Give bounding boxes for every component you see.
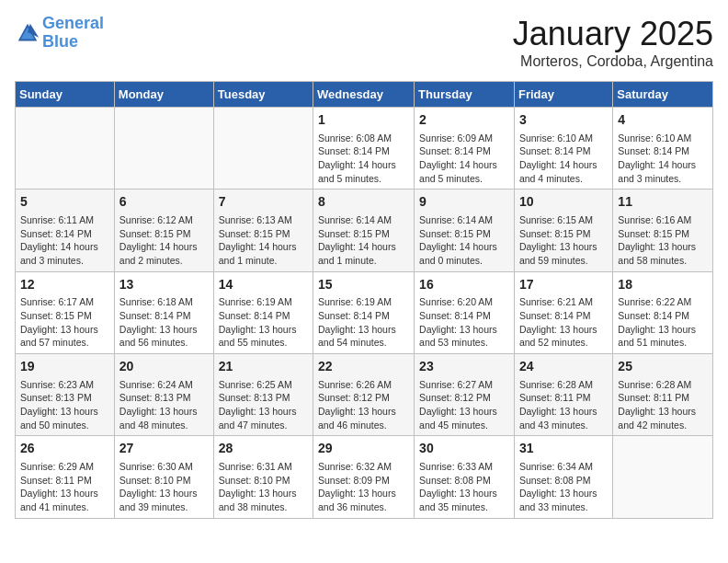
day-info: Daylight: 13 hours — [318, 487, 409, 500]
day-info: Sunrise: 6:14 AM — [318, 213, 409, 227]
calendar-cell: 12Sunrise: 6:17 AMSunset: 8:15 PMDayligh… — [16, 271, 115, 353]
day-info: Sunset: 8:10 PM — [119, 474, 209, 488]
day-info: Daylight: 13 hours — [618, 240, 708, 254]
day-info: and 35 minutes. — [419, 500, 509, 514]
calendar-cell: 4Sunrise: 6:10 AMSunset: 8:14 PMDaylight… — [613, 108, 713, 190]
day-info: Daylight: 14 hours — [318, 240, 409, 254]
day-info: Sunrise: 6:28 AM — [618, 378, 708, 392]
day-info: and 58 minutes. — [618, 254, 708, 268]
day-info: Sunrise: 6:28 AM — [519, 378, 608, 392]
calendar-cell — [114, 108, 213, 190]
day-info: Daylight: 13 hours — [219, 323, 308, 337]
day-info: Sunrise: 6:12 AM — [119, 213, 209, 227]
calendar-cell: 17Sunrise: 6:21 AMSunset: 8:14 PMDayligh… — [514, 271, 612, 353]
day-info: and 2 minutes. — [119, 254, 209, 268]
day-info: Daylight: 13 hours — [618, 405, 708, 419]
day-info: Sunrise: 6:27 AM — [419, 378, 509, 392]
day-number: 16 — [419, 276, 509, 294]
day-info: Sunset: 8:15 PM — [519, 227, 608, 241]
calendar-week-row: 12Sunrise: 6:17 AMSunset: 8:15 PMDayligh… — [16, 271, 713, 353]
day-info: Daylight: 14 hours — [20, 240, 109, 254]
day-info: Sunset: 8:14 PM — [419, 309, 509, 323]
day-info: Daylight: 13 hours — [219, 405, 308, 419]
day-number: 22 — [318, 358, 409, 376]
logo-icon — [15, 20, 40, 46]
day-info: and 57 minutes. — [20, 336, 109, 350]
day-number: 19 — [20, 358, 109, 376]
day-number: 31 — [519, 440, 608, 458]
day-number: 21 — [219, 358, 308, 376]
calendar-cell — [213, 108, 313, 190]
calendar-cell: 13Sunrise: 6:18 AMSunset: 8:14 PMDayligh… — [114, 271, 213, 353]
day-info: Daylight: 13 hours — [618, 323, 708, 337]
day-info: and 3 minutes. — [618, 172, 708, 186]
day-info: and 42 minutes. — [618, 419, 708, 432]
day-info: Daylight: 14 hours — [119, 240, 209, 254]
day-info: Daylight: 13 hours — [119, 405, 209, 419]
day-info: and 5 minutes. — [318, 172, 409, 186]
day-info: Daylight: 13 hours — [119, 323, 209, 337]
day-info: Sunset: 8:08 PM — [419, 474, 509, 488]
day-info: Sunset: 8:14 PM — [318, 144, 409, 158]
day-info: Daylight: 14 hours — [419, 240, 509, 254]
day-number: 9 — [419, 193, 509, 212]
calendar-cell: 2Sunrise: 6:09 AMSunset: 8:14 PMDaylight… — [415, 108, 515, 190]
day-info: Sunset: 8:09 PM — [318, 474, 409, 488]
day-info: and 59 minutes. — [519, 254, 608, 268]
calendar-week-row: 5Sunrise: 6:11 AMSunset: 8:14 PMDaylight… — [16, 190, 713, 271]
day-number: 26 — [20, 440, 109, 458]
day-header-wednesday: Wednesday — [313, 82, 415, 108]
day-number: 3 — [519, 111, 608, 130]
day-number: 7 — [219, 193, 308, 212]
day-number: 10 — [519, 193, 608, 212]
calendar-cell: 23Sunrise: 6:27 AMSunset: 8:12 PMDayligh… — [415, 354, 515, 436]
day-info: Sunrise: 6:26 AM — [318, 378, 409, 392]
day-info: Sunset: 8:14 PM — [20, 227, 109, 241]
day-info: Sunset: 8:15 PM — [419, 227, 509, 241]
day-info: and 38 minutes. — [219, 500, 308, 514]
day-number: 24 — [519, 358, 608, 376]
day-info: and 45 minutes. — [419, 419, 509, 432]
day-info: Sunset: 8:15 PM — [20, 309, 109, 323]
calendar-cell: 5Sunrise: 6:11 AMSunset: 8:14 PMDaylight… — [16, 190, 115, 271]
day-info: and 36 minutes. — [318, 500, 409, 514]
day-info: Sunset: 8:14 PM — [119, 309, 209, 323]
page-header: General Blue January 2025 Morteros, Cord… — [15, 15, 713, 70]
day-number: 14 — [219, 276, 308, 294]
day-info: and 55 minutes. — [219, 336, 308, 350]
day-info: Sunrise: 6:33 AM — [419, 460, 509, 474]
calendar-week-row: 19Sunrise: 6:23 AMSunset: 8:13 PMDayligh… — [16, 354, 713, 436]
calendar-cell: 6Sunrise: 6:12 AMSunset: 8:15 PMDaylight… — [114, 190, 213, 271]
day-number: 6 — [119, 193, 209, 212]
day-info: Daylight: 13 hours — [419, 405, 509, 419]
day-info: Daylight: 13 hours — [519, 240, 608, 254]
day-info: Sunrise: 6:17 AM — [20, 295, 109, 309]
day-number: 30 — [419, 440, 509, 458]
calendar-subtitle: Morteros, Cordoba, Argentina — [513, 53, 713, 70]
day-info: and 33 minutes. — [519, 500, 608, 514]
day-info: Sunset: 8:15 PM — [119, 227, 209, 241]
day-info: Sunset: 8:13 PM — [20, 391, 109, 405]
day-info: Daylight: 13 hours — [519, 323, 608, 337]
day-number: 12 — [20, 276, 109, 294]
calendar-cell: 24Sunrise: 6:28 AMSunset: 8:11 PMDayligh… — [514, 354, 612, 436]
day-info: and 3 minutes. — [20, 254, 109, 268]
day-info: and 56 minutes. — [119, 336, 209, 350]
day-info: Sunrise: 6:29 AM — [20, 460, 109, 474]
day-info: Sunset: 8:14 PM — [519, 309, 608, 323]
calendar-cell: 3Sunrise: 6:10 AMSunset: 8:14 PMDaylight… — [514, 108, 612, 190]
calendar-week-row: 1Sunrise: 6:08 AMSunset: 8:14 PMDaylight… — [16, 108, 713, 190]
day-info: and 1 minute. — [219, 254, 308, 268]
day-number: 28 — [219, 440, 308, 458]
calendar-cell — [16, 108, 115, 190]
day-number: 29 — [318, 440, 409, 458]
day-number: 20 — [119, 358, 209, 376]
day-info: Sunrise: 6:34 AM — [519, 460, 608, 474]
day-info: Sunrise: 6:11 AM — [20, 213, 109, 227]
day-info: Sunset: 8:12 PM — [318, 391, 409, 405]
calendar-cell: 11Sunrise: 6:16 AMSunset: 8:15 PMDayligh… — [613, 190, 713, 271]
day-info: Daylight: 14 hours — [318, 158, 409, 172]
day-info: and 54 minutes. — [318, 336, 409, 350]
logo-text: General Blue — [42, 15, 104, 52]
day-info: Sunset: 8:14 PM — [219, 309, 308, 323]
